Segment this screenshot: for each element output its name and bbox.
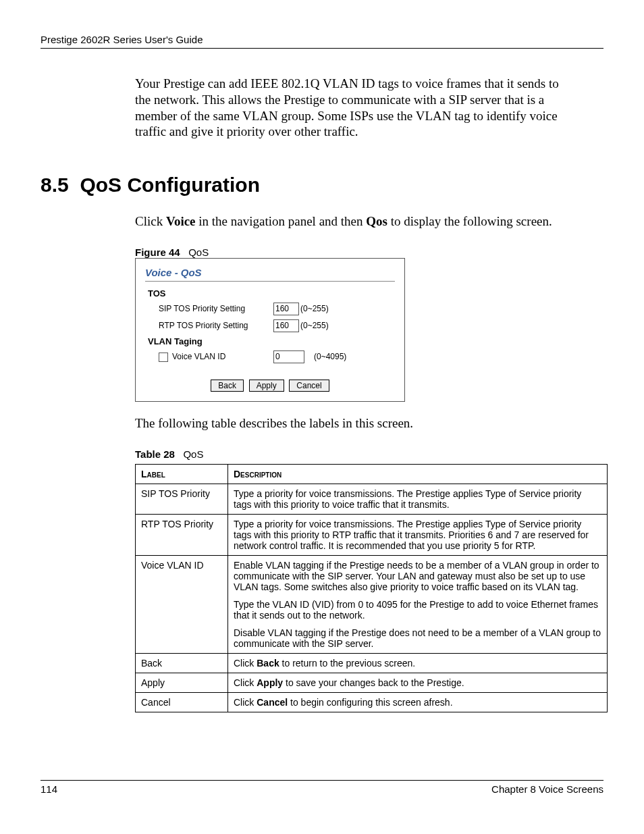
- table-row: Cancel Click Cancel to begin configuring…: [136, 692, 608, 712]
- sip-tos-label: SIP TOS Priority Setting: [159, 304, 273, 313]
- rtp-tos-range: (0~255): [300, 321, 329, 330]
- qos-table: Label Description SIP TOS Priority Type …: [135, 464, 608, 712]
- voice-vlan-checkbox[interactable]: [159, 353, 168, 362]
- vlan-section-label: VLAN Taging: [148, 336, 395, 346]
- page-footer: 114 Chapter 8 Voice Screens: [41, 780, 603, 795]
- running-header: Prestige 2602R Series User's Guide: [41, 34, 603, 49]
- section-title: QoS Configuration: [80, 174, 260, 196]
- voice-vlan-input[interactable]: [273, 350, 304, 363]
- voice-vlan-range: (0~4095): [314, 352, 346, 361]
- table-row: RTP TOS Priority Type a priority for voi…: [136, 514, 608, 555]
- section-heading: 8.5 QoS Configuration: [41, 174, 603, 197]
- rtp-tos-input[interactable]: [273, 319, 299, 332]
- table-row: Back Click Back to return to the previou…: [136, 653, 608, 673]
- th-desc: Description: [228, 464, 608, 484]
- click-instruction: Click Voice in the navigation panel and …: [135, 213, 576, 230]
- qos-screenshot: Voice - QoS TOS SIP TOS Priority Setting…: [135, 258, 405, 402]
- table-intro: The following table describes the labels…: [135, 415, 576, 432]
- table-row: Voice VLAN ID Enable VLAN tagging if the…: [136, 555, 608, 653]
- tos-section-label: TOS: [148, 288, 395, 298]
- sip-tos-range: (0~255): [300, 304, 329, 313]
- back-button[interactable]: Back: [211, 380, 244, 392]
- rtp-tos-label: RTP TOS Priority Setting: [159, 321, 273, 330]
- page-number: 114: [41, 783, 57, 795]
- chapter-label: Chapter 8 Voice Screens: [491, 783, 603, 795]
- voice-vlan-label: Voice VLAN ID: [159, 352, 273, 362]
- figure-caption: Figure 44 QoS: [135, 246, 603, 258]
- cancel-button[interactable]: Cancel: [289, 380, 329, 392]
- sip-tos-input[interactable]: [273, 303, 299, 315]
- screenshot-breadcrumb: Voice - QoS: [145, 267, 395, 278]
- table-caption: Table 28 QoS: [135, 448, 603, 460]
- apply-button[interactable]: Apply: [249, 380, 284, 392]
- th-label: Label: [136, 464, 228, 484]
- section-number: 8.5: [41, 174, 69, 196]
- table-row: SIP TOS Priority Type a priority for voi…: [136, 484, 608, 514]
- table-row: Apply Click Apply to save your changes b…: [136, 673, 608, 692]
- intro-paragraph: Your Prestige can add IEEE 802.1Q VLAN I…: [135, 76, 576, 140]
